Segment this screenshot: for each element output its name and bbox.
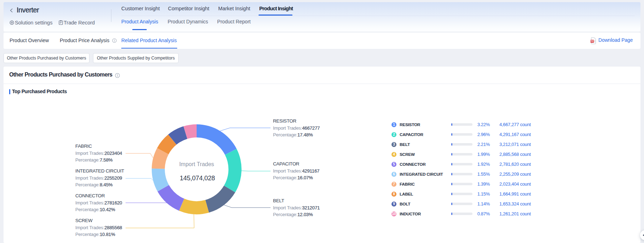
svg-text:PDF: PDF [591, 40, 594, 42]
